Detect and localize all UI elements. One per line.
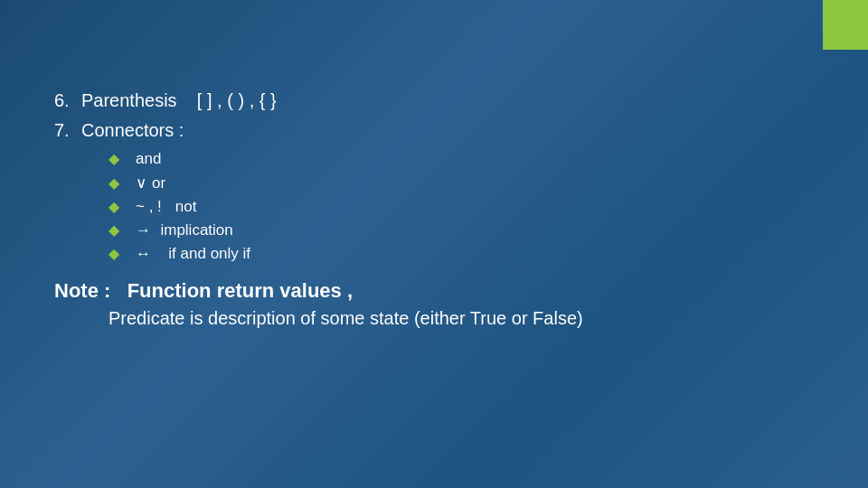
connector-implication-text: implication xyxy=(160,221,232,239)
connector-iff-text: if and only if xyxy=(168,245,250,263)
note-description: Predicate is description of some state (… xyxy=(108,308,814,329)
item-6-number: 6. xyxy=(54,90,81,111)
connectors-list: ◆ and ◆ ∨ or ◆ ~ , ! not ◆ → implication… xyxy=(108,150,814,263)
bullet-not: ◆ xyxy=(108,198,127,215)
bullet-implication: ◆ xyxy=(108,221,127,239)
bullet-or: ◆ xyxy=(108,174,127,192)
connector-iff: ◆ ↔ if and only if xyxy=(108,245,814,263)
connector-not-text: not xyxy=(175,198,197,216)
note-section: Note : Function return values , Predicat… xyxy=(54,279,814,329)
bullet-and: ◆ xyxy=(108,150,127,167)
connector-or: ◆ ∨ or xyxy=(108,174,814,192)
item-6-row: 6. Parenthesis [ ] , ( ) , { } xyxy=(54,90,814,111)
note-prefix: Note : xyxy=(54,279,110,302)
connector-or-text: or xyxy=(152,174,165,192)
item-7-label: Connectors : xyxy=(81,120,184,141)
connector-not: ◆ ~ , ! not xyxy=(108,198,814,216)
bullet-iff: ◆ xyxy=(108,245,127,262)
connector-implication: ◆ → implication xyxy=(108,221,814,239)
item-7-row: 7. Connectors : xyxy=(54,120,814,141)
note-text: Function return values , xyxy=(127,279,353,302)
connector-and-text: and xyxy=(136,150,161,168)
connector-implication-symbol: → xyxy=(136,221,151,239)
item-6-label: Parenthesis [ ] , ( ) , { } xyxy=(81,90,277,111)
item-6-extra: [ ] , ( ) , { } xyxy=(197,90,277,110)
main-content: 6. Parenthesis [ ] , ( ) , { } 7. Connec… xyxy=(0,0,868,356)
connector-not-symbol: ~ , ! xyxy=(136,198,162,216)
item-7-number: 7. xyxy=(54,120,81,141)
connector-or-symbol: ∨ xyxy=(136,174,146,192)
connector-and: ◆ and xyxy=(108,150,814,168)
item-6-label-text: Parenthesis xyxy=(81,90,177,110)
connector-iff-symbol: ↔ xyxy=(136,245,151,263)
note-line: Note : Function return values , xyxy=(54,279,814,303)
